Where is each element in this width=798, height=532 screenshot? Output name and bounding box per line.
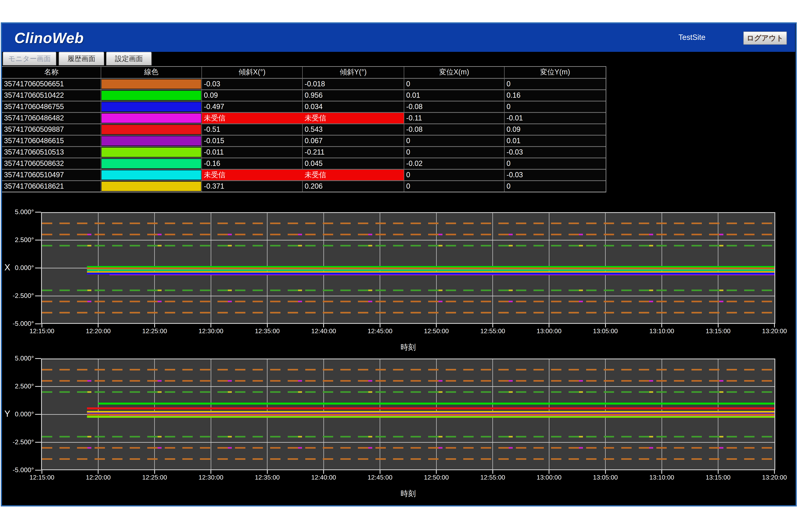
line-color-swatch [101,170,201,180]
tab-history[interactable]: 履歴画面 [59,52,104,65]
x-axis-tick-label: 13:10:00 [638,327,686,335]
line-color-cell [101,90,202,101]
line-color-cell [101,101,202,112]
line-color-cell [101,113,202,124]
x-axis-tick-mark [605,470,606,474]
disp-x-cell: -0.02 [404,158,504,169]
x-axis-tick-label: 12:50:00 [412,327,460,335]
line-color-cell [101,181,202,192]
threshold-line [42,301,775,302]
threshold-line [42,223,775,224]
threshold-line [42,289,775,291]
line-color-swatch [101,182,201,191]
tilt-x-cell: -0.497 [202,101,303,112]
x-axis-tick-label: 13:20:00 [750,327,798,335]
line-color-swatch [101,91,201,100]
table-row: 357417060508632-0.160.045-0.020 [2,157,606,169]
tab-settings[interactable]: 設定画面 [106,52,152,65]
sensor-name-cell: 357417060510497 [2,170,101,180]
series-line [87,272,775,274]
x-axis-tick-mark [323,470,324,474]
disp-x-cell: 0 [404,79,504,89]
x-axis-tick-mark [436,470,437,474]
y-axis-tick-mark [35,268,41,268]
x-axis-tick-mark [774,470,775,474]
x-axis-tick-mark [774,324,775,327]
x-axis-tick-label: 13:00:00 [525,327,573,335]
line-color-swatch [101,136,201,146]
series-line [87,407,775,410]
threshold-line [42,391,775,393]
no-signal-label: 未受信 [304,170,326,180]
x-axis-tick-label: 12:25:00 [131,474,179,481]
x-axis-tick-mark [41,470,42,474]
disp-x-cell: -0.08 [404,124,504,135]
x-axis-tick-mark [154,324,155,327]
y-axis-tick-label: -5.000° [0,466,34,474]
line-color-cell [101,79,202,89]
y-axis-tick-mark [35,240,41,241]
series-line [98,403,775,404]
y-axis-tick-mark [35,358,41,359]
tilt-y-cell: 0.034 [303,101,404,112]
x-axis-tick-label: 12:55:00 [469,327,517,335]
disp-y-cell: -0.03 [504,170,606,180]
x-axis-tick-label: 12:20:00 [74,474,122,481]
tilt-y-cell: 0.067 [303,136,404,146]
tab-bar: モニター画面履歴画面設定画面 [2,52,795,66]
x-axis-tick-mark [493,470,493,474]
x-axis-title: 時刻 [41,342,775,352]
app-header: ClinoWeb TestSite ログアウト [2,23,795,52]
x-axis-tick-mark [718,324,719,327]
column-header: 傾斜Y(°) [303,67,404,78]
x-axis-tick-label: 13:05:00 [581,474,629,481]
disp-y-cell: 0 [504,101,606,112]
logout-button[interactable]: ログアウト [743,32,787,45]
no-signal-cell: 未受信未受信 [202,113,404,124]
disp-y-cell: -0.01 [504,113,606,124]
no-signal-label: 未受信 [204,171,225,179]
x-axis-tick-mark [549,324,550,327]
disp-x-cell: 0 [404,181,504,192]
disp-y-cell: 0.01 [504,136,606,146]
y-axis-tick-label: 5.000° [0,355,34,362]
x-axis-tick-label: 12:50:00 [412,474,460,481]
page: ClinoWeb TestSite ログアウト モニター画面履歴画面設定画面 名… [0,0,798,532]
app-logo: ClinoWeb [14,30,84,46]
x-axis-tick-label: 13:10:00 [638,474,686,481]
line-color-cell [101,136,202,146]
threshold-line [42,369,775,370]
x-axis-tick-mark [379,324,381,327]
y-axis-tick-mark [35,296,41,296]
sensor-name-cell: 357417060510513 [2,147,101,157]
x-axis-tick-mark [549,470,550,474]
sensor-name-cell: 357417060508632 [2,158,101,169]
x-axis-tick-mark [493,324,493,327]
line-color-swatch [101,113,201,123]
tab-monitor[interactable]: モニター画面 [3,52,56,65]
x-axis-tick-label: 12:40:00 [300,474,348,481]
disp-y-cell: -0.03 [504,147,606,157]
line-color-swatch [101,79,201,89]
sensor-name-cell: 357417060506651 [2,79,101,89]
line-color-cell [101,170,202,180]
tilt-y-cell: 0.206 [303,181,404,192]
x-axis-tick-label: 12:15:00 [18,327,66,335]
table-row: 357417060509887-0.510.543-0.080.09 [2,124,606,135]
no-signal-label: 未受信 [304,113,326,123]
y-axis-tick-label: 2.500° [0,382,34,390]
x-axis-tick-mark [267,324,268,327]
line-color-cell [101,158,202,169]
x-axis-tick-label: 12:45:00 [356,474,404,481]
horizontal-gridline [42,442,775,443]
y-axis-tick-mark [35,386,41,387]
y-axis-tick-mark [35,414,41,415]
horizontal-gridline [42,240,775,241]
table-row: 357417060486755-0.4970.034-0.080 [2,101,606,112]
x-axis-tick-label: 12:15:00 [18,474,66,481]
threshold-line [42,380,775,382]
table-row: 357417060510497未受信未受信0-0.03 [2,169,606,180]
disp-x-cell: -0.11 [404,113,504,124]
x-axis-tick-label: 12:30:00 [187,474,235,481]
column-header: 傾斜X(°) [202,67,303,78]
